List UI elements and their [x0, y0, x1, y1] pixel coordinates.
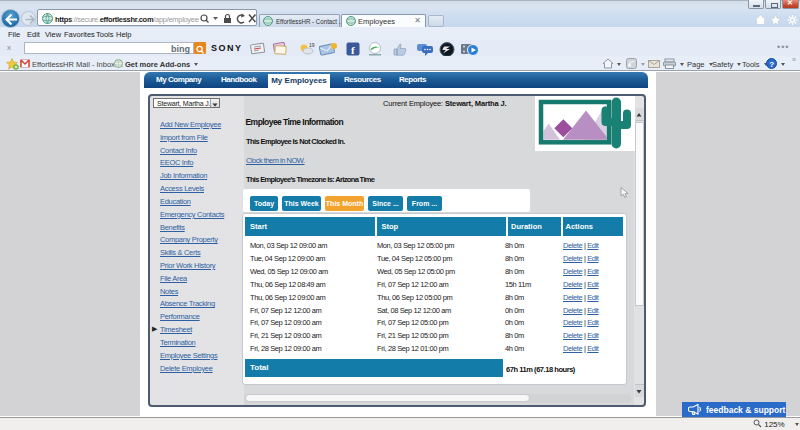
svg-text:?: ? [769, 60, 774, 69]
svg-text:19: 19 [309, 42, 315, 48]
svg-text:f: f [351, 44, 355, 56]
